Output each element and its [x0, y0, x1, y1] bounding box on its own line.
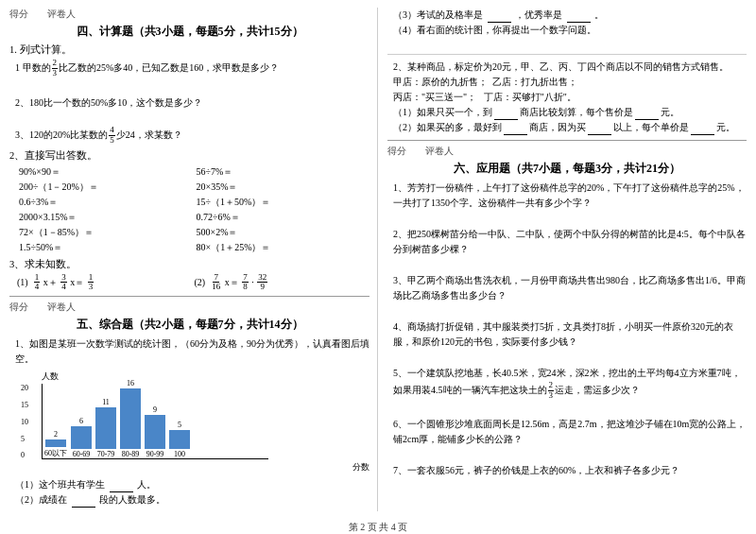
- bar-val-3: 16: [127, 379, 134, 388]
- bar-4: [145, 415, 165, 449]
- q5-1-intro: 1、如图是某班一次数学测试的统计图，（60分为及格，90分为优秀），认真看图后填…: [9, 336, 369, 367]
- bar-0: [45, 439, 66, 447]
- math-item-3: 20×35%＝: [197, 180, 370, 194]
- bar-lbl-4: 90-99: [146, 450, 164, 458]
- store-intro: 2、某种商品，标定价为20元，甲、乙、丙、丁四个商店以不同的销售方式销售。: [387, 60, 747, 75]
- blank-qty: [588, 134, 611, 135]
- q5-sub2-end: 段的人数最多。: [99, 494, 165, 505]
- frac-4-5: 45: [109, 126, 115, 146]
- math-item-1: 56÷7%＝: [197, 164, 370, 179]
- score-row-6: 得分 评卷人: [387, 145, 747, 158]
- s6-q5: 5、一个建筑队挖地基，长40.5米，宽24米，深2米，挖出的土平均每4立方米重7…: [387, 366, 747, 401]
- score-label-5: 得分: [9, 301, 28, 314]
- q5-sub1-text: （1）这个班共有学生: [15, 479, 105, 490]
- store-problem: 2、某种商品，标定价为20元，甲、乙、丙、丁四个商店以不同的销售方式销售。 甲店…: [387, 60, 747, 135]
- store-info-2: 丙店："买三送一"； 丁店：买够打"八折"。: [387, 90, 747, 105]
- q5-sub2: （2）成绩在 段的人数最多。: [9, 492, 369, 508]
- bar-lbl-1: 60-69: [73, 450, 91, 458]
- store-q2: （2）如果买的多，最好到商店，因为买以上，每个单价是元。: [387, 120, 747, 135]
- bar-val-1: 6: [79, 417, 83, 425]
- s6-q3: 3、甲乙两个商场出售洗衣机，一月份甲商场共售出980台，比乙商场多售出1/6。甲…: [387, 273, 747, 303]
- bar-group-1: 6 60-69: [71, 417, 92, 458]
- bar-val-0: 2: [54, 430, 58, 439]
- q5-sub1-end: 人。: [137, 479, 156, 490]
- reviewer-label-4: 评卷人: [47, 8, 76, 21]
- q4-1-block: 1. 列式计算。 1 甲数的23比乙数的25%多40，已知乙数是160，求甲数是…: [9, 43, 369, 146]
- y-label-15: 15: [21, 401, 28, 409]
- bar-lbl-0: 60以下: [44, 448, 67, 458]
- store-info-1: 甲店：原价的九折售； 乙店：打九折出售；: [387, 75, 747, 90]
- bar-val-4: 9: [153, 405, 157, 414]
- bar-lbl-5: 100: [174, 450, 185, 458]
- bar-val-5: 5: [178, 421, 181, 429]
- q5-sub1: （1）这个班共有学生 人。: [9, 477, 369, 492]
- s6-q3-space: [387, 308, 747, 319]
- math-item-11: 80×（1＋25%）＝: [197, 240, 370, 254]
- chart-area: 人数 20 15 10 5 0 2 60以下: [19, 370, 369, 474]
- right-q4-label: （4）看右面的统计图，你再提出一个数字问题。: [387, 23, 747, 38]
- y-label-10: 10: [21, 418, 28, 426]
- math-item-7: 0.72÷6%＝: [197, 210, 370, 224]
- right-q3-blank: （3）考试的及格率是 ，优秀率是 。: [387, 8, 747, 23]
- frac-2-3: 23: [52, 59, 59, 78]
- reviewer-label-5: 评卷人: [47, 301, 76, 314]
- q5-blank2: [72, 507, 95, 508]
- bar-group-2: 11 70-79: [95, 398, 116, 458]
- s6-q6-space: [387, 452, 747, 463]
- section5-header: 五、综合题（共2小题，每题7分，共计14分）: [9, 317, 369, 333]
- math-item-8: 72×（1－85%）＝: [19, 225, 193, 239]
- q4-3-block: 3、求未知数。 (1) 14 x＋ 34 x＝ 13 (2) 716 x＝ 78…: [9, 258, 369, 293]
- q4-3-a: (1) 14 x＋ 34 x＝ 13: [17, 273, 193, 293]
- y-label-0: 0: [21, 451, 28, 459]
- frac-1-3: 13: [88, 273, 94, 293]
- divider-1: [9, 296, 369, 297]
- math-item-9: 500×2%＝: [197, 225, 370, 239]
- math-item-6: 2000×3.15%＝: [19, 210, 193, 224]
- y-axis-title: 人数: [42, 370, 369, 383]
- frac-3-4: 34: [60, 273, 67, 293]
- chart-wrapper: 20 15 10 5 0 2 60以下 6: [42, 384, 369, 459]
- q4-1-a: 1 甲数的23比乙数的25%多40，已知乙数是160，求甲数是多少？: [9, 59, 369, 78]
- math-grid: 90%×90＝ 56÷7%＝ 200÷（1－20%）＝ 20×35%＝ 0.6÷…: [9, 164, 369, 254]
- score-label-4: 得分: [9, 8, 28, 21]
- y-label-20: 20: [21, 384, 28, 392]
- bar-3: [120, 388, 141, 449]
- bar-val-2: 11: [102, 398, 110, 406]
- frac-32-9: 329: [257, 273, 267, 293]
- bar-5: [169, 430, 190, 449]
- bar-1: [71, 426, 92, 449]
- q4-3-equations: (1) 14 x＋ 34 x＝ 13 (2) 716 x＝ 78 · 329: [9, 273, 369, 293]
- math-item-2: 200÷（1－20%）＝: [19, 180, 193, 194]
- section6-questions: 1、芳芳打一份稿件，上午打了这份稿件总字的20%，下午打了这份稿件总字的25%，…: [387, 181, 747, 478]
- right-section-blanks: （3）考试的及格率是 ，优秀率是 。 （4）看右面的统计图，你再提出一个数字问题…: [387, 8, 747, 55]
- s6-q2: 2、把250棵树苗分给一中队、二中队，使两个中队分得的树苗的比是4:5。每个中队…: [387, 227, 747, 257]
- q3-blank-end: ，优秀率是: [515, 9, 562, 20]
- bar-group-5: 5 100: [169, 421, 190, 458]
- q5-1-block: 1、如图是某班一次数学测试的统计图，（60分为及格，90分为优秀），认真看图后填…: [9, 336, 369, 508]
- bar-group-0: 2 60以下: [44, 430, 67, 458]
- reviewer-label-6: 评卷人: [425, 145, 454, 158]
- y-axis-labels: 20 15 10 5 0: [21, 384, 28, 459]
- q4-3-b: (2) 716 x＝ 78 · 329: [195, 273, 370, 293]
- bar-lbl-2: 70-79: [97, 450, 115, 458]
- store-q1: （1）如果只买一个，到商店比较划算，每个售价是元。: [387, 105, 747, 120]
- s6-q1-space: [387, 215, 747, 227]
- math-item-4: 0.6÷3%＝: [19, 195, 193, 209]
- bar-group-4: 9 90-99: [145, 405, 165, 458]
- frac-7-16: 716: [211, 273, 221, 293]
- blank-store-2: [504, 134, 527, 135]
- s6-q1: 1、芳芳打一份稿件，上午打了这份稿件总字的20%，下午打了这份稿件总字的25%，…: [387, 181, 747, 211]
- q4-1-b: 2、180比一个数的50%多10，这个数是多少？: [9, 95, 369, 111]
- math-item-0: 90%×90＝: [19, 164, 193, 179]
- left-column: 得分 评卷人 四、计算题（共3小题，每题5分，共计15分） 1. 列式计算。 1…: [9, 8, 378, 511]
- frac-1-4: 14: [34, 273, 41, 293]
- s6-q7: 7、一套衣服56元，裤子的价钱是上衣的60%，上衣和裤子各多少元？: [387, 463, 747, 478]
- s6-q2-space: [387, 262, 747, 273]
- bar-2: [95, 407, 116, 449]
- blank-price-2: [691, 134, 714, 135]
- y-label-5: 5: [21, 435, 28, 443]
- page-footer: 第 2 页 共 4 页: [0, 521, 756, 534]
- q4-1-c: 3、120的20%比某数的45少24，求某数？: [9, 126, 369, 146]
- frac-2-3-q5: 23: [548, 381, 555, 401]
- s6-q4-space: [387, 354, 747, 366]
